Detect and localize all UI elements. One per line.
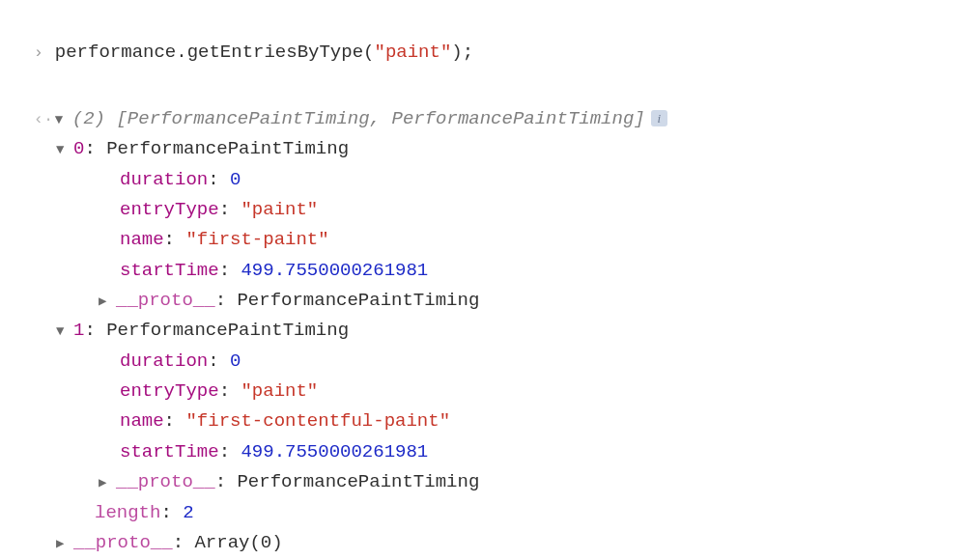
code-token: ) <box>451 42 462 63</box>
expand-toggle-icon[interactable]: ▶ <box>99 472 116 494</box>
array-item-0[interactable]: ▼0: PerformancePaintTiming <box>0 134 964 164</box>
console-input-line[interactable]: ›performance.getEntriesByType("paint"); <box>0 8 964 69</box>
property-row[interactable]: duration: 0 <box>0 347 964 377</box>
separator: : <box>164 229 186 250</box>
separator: : <box>84 320 106 341</box>
class-name: PerformancePaintTiming <box>106 320 349 341</box>
property-value: Array(0) <box>194 532 282 553</box>
separator: : <box>215 290 238 311</box>
property-key: duration <box>120 350 208 372</box>
length-row[interactable]: length: 2 <box>0 498 964 528</box>
property-value: "paint" <box>241 199 318 220</box>
code-token: ; <box>463 42 473 63</box>
code-token: ( <box>363 42 374 63</box>
code-token: performance <box>55 42 176 63</box>
array-item-1[interactable]: ▼1: PerformancePaintTiming <box>0 316 964 346</box>
property-key: startTime <box>120 260 219 281</box>
property-value: 2 <box>183 502 193 523</box>
input-chevron-icon: › <box>34 40 55 67</box>
expand-toggle-icon[interactable]: ▼ <box>55 109 72 131</box>
class-name: PerformancePaintTiming <box>106 138 349 159</box>
proto-row[interactable]: ▶__proto__: PerformancePaintTiming <box>0 286 964 316</box>
separator: : <box>219 441 241 462</box>
property-key: length <box>95 502 160 523</box>
separator: : <box>219 380 241 402</box>
info-badge-icon[interactable]: i <box>651 110 667 126</box>
separator: : <box>219 199 241 220</box>
property-row[interactable]: duration: 0 <box>0 165 964 195</box>
separator: : <box>84 138 106 159</box>
property-value: "paint" <box>241 380 318 402</box>
property-key: name <box>120 229 164 250</box>
property-value: "first-paint" <box>185 229 328 250</box>
index-label: 0 <box>73 138 84 159</box>
property-key: entryType <box>120 199 219 220</box>
separator: : <box>164 410 186 432</box>
property-row[interactable]: startTime: 499.7550000261981 <box>0 437 964 467</box>
property-row[interactable]: entryType: "paint" <box>0 195 964 225</box>
output-chevron-icon: ‹· <box>34 106 55 133</box>
property-value: 0 <box>230 350 241 372</box>
property-value: 499.7550000261981 <box>241 441 428 462</box>
code-token: .getEntriesByType <box>176 42 363 63</box>
separator: : <box>219 260 241 281</box>
property-key: name <box>120 410 164 432</box>
separator: : <box>160 502 183 523</box>
property-value: PerformancePaintTiming <box>237 290 479 311</box>
property-key: startTime <box>120 441 219 462</box>
array-preview: [PerformancePaintTiming, PerformancePain… <box>105 108 645 129</box>
code-string: paint <box>385 42 440 63</box>
property-key: __proto__ <box>116 471 215 492</box>
index-label: 1 <box>73 320 84 341</box>
expand-toggle-icon[interactable]: ▶ <box>56 533 73 555</box>
proto-row[interactable]: ▶__proto__: Array(0) <box>0 528 964 558</box>
property-value: PerformancePaintTiming <box>237 471 479 492</box>
expand-toggle-icon[interactable]: ▼ <box>56 139 73 161</box>
property-row[interactable]: startTime: 499.7550000261981 <box>0 256 964 286</box>
property-key: __proto__ <box>73 532 173 553</box>
code-string: " <box>440 42 451 63</box>
proto-row[interactable]: ▶__proto__: PerformancePaintTiming <box>0 467 964 497</box>
property-value: 0 <box>230 169 241 190</box>
property-value: 499.7550000261981 <box>241 260 428 281</box>
separator: : <box>215 471 238 492</box>
property-key: entryType <box>120 380 219 402</box>
array-count: (2) <box>72 108 105 129</box>
separator: : <box>208 350 230 372</box>
separator: : <box>173 532 195 553</box>
property-row[interactable]: name: "first-paint" <box>0 225 964 255</box>
code-string: " <box>374 42 384 63</box>
property-row[interactable]: entryType: "paint" <box>0 377 964 406</box>
expand-toggle-icon[interactable]: ▼ <box>56 321 73 343</box>
property-value: "first-contentful-paint" <box>185 410 450 432</box>
separator: : <box>208 169 230 190</box>
expand-toggle-icon[interactable]: ▶ <box>99 291 116 313</box>
property-key: __proto__ <box>116 290 215 311</box>
property-key: duration <box>120 169 208 190</box>
property-row[interactable]: name: "first-contentful-paint" <box>0 406 964 436</box>
console-output-summary[interactable]: ‹·▼(2) [PerformancePaintTiming, Performa… <box>0 74 964 135</box>
